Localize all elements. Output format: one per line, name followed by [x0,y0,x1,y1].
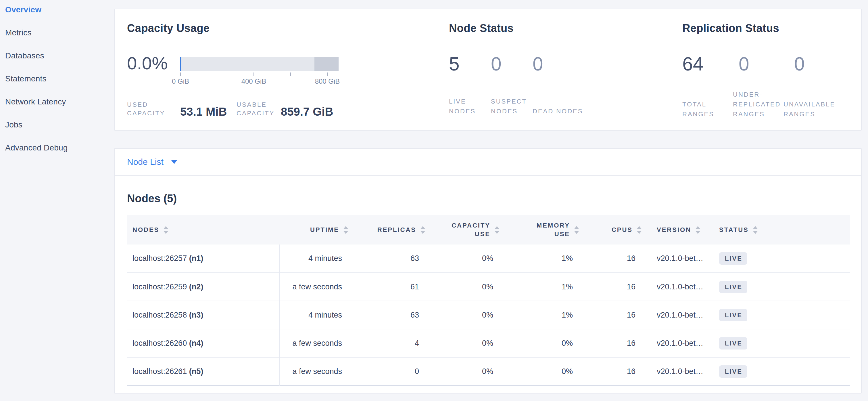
version-cell: v20.1.0-bet… [642,273,708,301]
uptime-cell: a few seconds [280,329,348,357]
column-header-cpus[interactable]: CPUS [579,215,642,245]
suspect-nodes-label: SUSPECT NODES [491,97,533,116]
uptime-cell: 4 minutes [280,245,348,273]
cpus-cell: 16 [579,329,642,357]
cockroachdb-admin-overview-page: Overview Metrics Databases Statements Ne… [0,0,868,401]
node-list-dropdown[interactable]: Node List [127,157,177,167]
column-header-nodes[interactable]: NODES [127,215,280,245]
capacity-bar-used-marker [180,57,181,71]
uptime-cell: 4 minutes [280,301,348,329]
memory-use-cell: 1% [499,301,579,329]
table-row-node-n3[interactable]: localhost:26258 (n3) 4 minutes 63 0% 1% … [127,301,850,329]
capacity-use-cell: 0% [425,245,499,273]
column-header-uptime[interactable]: UPTIME [280,215,348,245]
memory-use-cell: 0% [499,329,579,357]
replicas-cell: 63 [348,301,425,329]
memory-use-cell: 1% [499,245,579,273]
node-status-section: Node Status 5 0 0 LIVE NODES SUSPECT NOD… [449,9,673,116]
sidebar-item-statements[interactable]: Statements [5,72,114,95]
table-row-node-n2[interactable]: localhost:26259 (n2) a few seconds 61 0%… [127,273,850,301]
version-cell: v20.1.0-bet… [642,245,708,273]
sort-icon [637,226,642,234]
sidebar-nav: Overview Metrics Databases Statements Ne… [0,0,114,401]
capacity-use-cell: 0% [425,329,499,357]
replicas-cell: 4 [348,329,425,357]
unavailable-ranges-count: 0 [794,54,855,74]
capacity-usage-section: Capacity Usage 0.0% [127,9,449,118]
dead-nodes-label: DEAD NODES [533,107,583,116]
column-header-replicas[interactable]: REPLICAS [348,215,425,245]
memory-use-cell: 0% [499,357,579,385]
status-badge: LIVE [719,252,747,265]
status-cell: LIVE [708,301,850,329]
sidebar-item-jobs[interactable]: Jobs [5,118,114,141]
replicas-cell: 63 [348,245,425,273]
column-header-status[interactable]: STATUS [708,215,850,245]
cpus-cell: 16 [579,245,642,273]
table-row-node-n4[interactable]: localhost:26260 (n4) a few seconds 4 0% … [127,329,850,357]
node-list-card: Node List Nodes (5) NODES UPTIME [114,148,862,394]
uptime-cell: a few seconds [280,273,348,301]
dead-nodes-count: 0 [533,54,590,74]
used-capacity-label: USED CAPACITY [127,101,180,118]
axis-label-800gib: 800 GiB [315,77,340,85]
status-badge: LIVE [719,337,747,349]
sidebar-item-advanced-debug[interactable]: Advanced Debug [5,141,114,164]
cpus-cell: 16 [579,273,642,301]
column-header-capacity-use[interactable]: CAPACITY USE [425,215,499,245]
sort-icon [753,226,758,234]
sort-icon [494,226,499,234]
under-replicated-ranges-count: 0 [739,54,794,74]
status-badge: LIVE [719,365,747,378]
capacity-use-cell: 0% [425,301,499,329]
table-row-node-n1[interactable]: localhost:26257 (n1) 4 minutes 63 0% 1% … [127,245,850,273]
cpus-cell: 16 [579,301,642,329]
used-capacity-value: 53.1 MiB [180,106,237,118]
replication-status-section: Replication Status 64 0 0 TOTAL RANGES U… [682,9,855,119]
live-nodes-label: LIVE NODES [449,97,491,116]
capacity-used-percent: 0.0% [127,54,180,73]
sort-icon [420,226,425,234]
axis-label-400gib: 400 GiB [242,77,267,85]
unavailable-ranges-label: UNAVAILABLE RANGES [783,99,834,119]
node-address-cell: localhost:26260 (n4) [127,329,280,357]
node-status-title: Node Status [449,23,673,34]
sort-icon [695,226,701,234]
sort-icon [343,226,348,234]
column-header-version[interactable]: VERSION [642,215,708,245]
total-ranges-count: 64 [682,54,739,74]
node-address-cell: localhost:26258 (n3) [127,301,280,329]
sort-icon [163,226,168,234]
axis-label-0gib: 0 GiB [172,77,189,85]
table-header-row: NODES UPTIME REPLICAS CAPACITY USE [127,215,850,245]
view-selector-bar: Node List [115,149,861,176]
sidebar-item-overview[interactable]: Overview [5,3,114,26]
total-ranges-label: TOTAL RANGES [682,99,733,119]
status-cell: LIVE [708,357,850,385]
capacity-bar [180,57,339,71]
status-cell: LIVE [708,245,850,273]
node-address-cell: localhost:26259 (n2) [127,273,280,301]
capacity-use-cell: 0% [425,273,499,301]
sort-icon [574,226,579,234]
column-header-memory-use[interactable]: MEMORY USE [499,215,579,245]
under-replicated-ranges-label: UNDER-REPLICATED RANGES [733,90,783,119]
status-cell: LIVE [708,329,850,357]
sidebar-item-network-latency[interactable]: Network Latency [5,95,114,118]
table-row-node-n5[interactable]: localhost:26261 (n5) a few seconds 0 0% … [127,357,850,385]
replication-status-title: Replication Status [682,23,855,34]
sidebar-item-metrics[interactable]: Metrics [5,26,114,49]
capacity-use-cell: 0% [425,357,499,385]
node-address-cell: localhost:26261 (n5) [127,357,280,385]
version-cell: v20.1.0-bet… [642,301,708,329]
version-cell: v20.1.0-bet… [642,329,708,357]
capacity-axis-labels: 0 GiB 400 GiB 800 GiB [180,77,339,85]
cpus-cell: 16 [579,357,642,385]
memory-use-cell: 1% [499,273,579,301]
sidebar-item-databases[interactable]: Databases [5,49,114,72]
chevron-down-icon [171,160,177,164]
status-badge: LIVE [719,281,747,293]
capacity-bar-chart: 0 GiB 400 GiB 800 GiB [180,54,347,85]
cluster-summary-card: Capacity Usage 0.0% [114,9,862,131]
capacity-usage-title: Capacity Usage [127,23,449,34]
